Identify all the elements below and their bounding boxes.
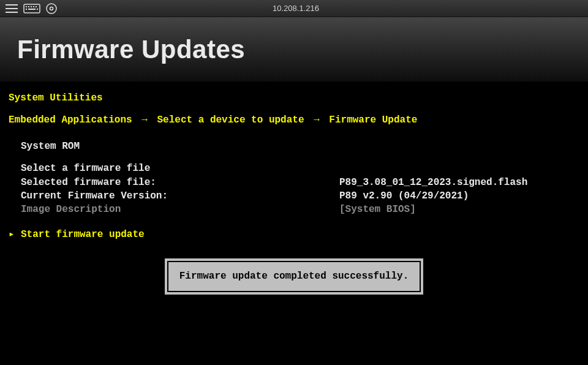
selection-arrow-icon: ▸: [9, 228, 17, 241]
svg-point-12: [47, 4, 56, 13]
device-name: System ROM: [21, 140, 579, 153]
console-body: System Utilities Embedded Applications →…: [0, 81, 588, 295]
image-description-label: Image Description: [21, 203, 339, 216]
section-title: System Utilities: [9, 91, 579, 105]
breadcrumb: Embedded Applications → Select a device …: [9, 113, 579, 127]
selected-firmware-value: P89_3.08_01_12_2023.signed.flash: [339, 176, 579, 189]
breadcrumb-item-embedded-apps[interactable]: Embedded Applications: [9, 115, 132, 126]
breadcrumb-separator-icon: →: [310, 115, 323, 126]
svg-rect-10: [28, 9, 36, 10]
selected-firmware-label: Selected firmware file:: [21, 176, 339, 189]
svg-rect-0: [6, 4, 18, 6]
svg-rect-11: [37, 9, 38, 10]
status-dialog[interactable]: Firmware update completed successfully.: [165, 258, 423, 294]
page-title: Firmware Updates: [17, 35, 245, 64]
current-firmware-label: Current Firmware Version:: [21, 189, 339, 203]
breadcrumb-separator-icon: →: [138, 115, 151, 126]
remote-ip-address: 10.208.1.216: [62, 4, 529, 13]
hamburger-menu-icon[interactable]: [5, 3, 18, 14]
start-firmware-update[interactable]: ▸ Start firmware update: [9, 228, 579, 241]
breadcrumb-item-firmware-update[interactable]: Firmware Update: [329, 115, 417, 126]
svg-rect-4: [26, 6, 27, 7]
svg-rect-1: [6, 8, 18, 9]
svg-rect-8: [36, 6, 37, 7]
svg-rect-7: [33, 6, 34, 7]
top-toolbar: 10.208.1.216: [0, 0, 588, 17]
start-firmware-update-label: Start firmware update: [21, 228, 145, 241]
status-dialog-message: Firmware update completed successfully.: [167, 261, 421, 292]
svg-rect-5: [28, 6, 29, 7]
page-banner: Firmware Updates: [0, 17, 588, 81]
svg-rect-2: [6, 12, 18, 13]
disc-icon[interactable]: [45, 2, 58, 15]
breadcrumb-item-select-device[interactable]: Select a device to update: [157, 115, 304, 126]
svg-rect-6: [31, 6, 32, 7]
select-firmware-file[interactable]: Select a firmware file: [21, 162, 339, 175]
image-description-value: [System BIOS]: [339, 203, 579, 216]
keyboard-icon[interactable]: [23, 3, 40, 14]
svg-point-13: [50, 7, 53, 10]
svg-rect-9: [26, 9, 27, 10]
current-firmware-value: P89 v2.90 (04/29/2021): [339, 189, 579, 203]
